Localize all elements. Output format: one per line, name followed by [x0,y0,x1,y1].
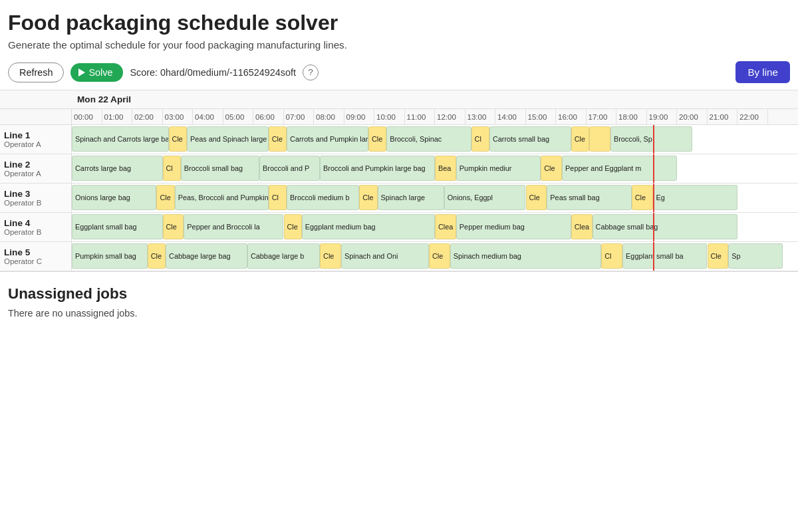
clean-block[interactable]: Clea [571,214,593,239]
solve-button[interactable]: Solve [70,63,123,82]
job-block[interactable]: Onions large bag [72,185,156,210]
job-block[interactable]: Cabbage large bag [166,243,247,269]
toolbar: Refresh Solve Score: 0hard/0medium/-1165… [0,56,798,90]
job-block[interactable]: Eg [653,185,737,210]
job-block[interactable]: Carrots small bag [489,126,571,152]
job-block[interactable]: Broccoli, Spinac [386,126,471,152]
time-cell: 13:00 [466,109,496,124]
page-title: Food packaging schedule solver [8,11,790,35]
time-cell: 08:00 [314,109,344,124]
job-block[interactable]: Peas, Broccoli and Pumpkin me [175,185,269,210]
job-block[interactable]: Pepper and Eggplant m [562,156,677,181]
gantt-area: Carrots large bagClBroccoli small bagBro… [72,154,798,183]
clean-block[interactable]: Cle [708,243,729,269]
clean-block[interactable]: Cle [284,214,302,239]
clean-block[interactable]: Cle [163,214,184,239]
time-cell: 04:00 [193,109,223,124]
job-block[interactable]: Eggplant small ba [622,243,707,269]
unassigned-section: Unassigned jobs There are no unassigned … [0,272,798,327]
job-block[interactable]: Broccoli, Sp [610,126,692,152]
line-row: Line 3Operator BOnions large bagClePeas,… [0,184,798,213]
clean-block[interactable]: Cle [148,243,166,269]
clean-block[interactable]: Cle [368,126,386,152]
clean-block[interactable]: Cle [632,185,653,210]
job-block[interactable]: Spinach and Oni [341,243,429,269]
time-cell: 20:00 [677,109,708,124]
clean-block[interactable]: Clea [435,214,456,239]
time-cell: 03:00 [163,109,194,124]
time-cell: 06:00 [253,109,284,124]
line-operator: Operator A [4,140,67,148]
job-block[interactable]: Broccoli and Pumpkin large bag [320,156,435,181]
job-block[interactable]: Sp [728,243,783,269]
job-block[interactable]: Broccoli medium b [287,185,359,210]
clean-block[interactable]: Bea [435,156,456,181]
by-line-button[interactable]: By line [735,61,790,83]
page-header: Food packaging schedule solver Generate … [0,0,798,56]
job-block[interactable]: Carrots large bag [72,156,163,181]
job-block[interactable]: Pepper and Broccoli la [184,214,283,239]
job-block[interactable]: Broccoli small bag [181,156,259,181]
job-block[interactable]: Spinach large [378,185,444,210]
help-button[interactable]: ? [303,65,319,80]
gantt-area: Spinach and Carrots large baClePeas and … [72,125,798,154]
schedule-container: Mon 22 April 00:0001:0002:0003:0004:0005… [0,90,798,272]
gantt-area: Onions large bagClePeas, Broccoli and Pu… [72,184,798,212]
time-cell: 21:00 [708,109,738,124]
date-label: Mon 22 April [72,94,131,104]
clean-block[interactable]: Cl [269,185,287,210]
clean-block[interactable]: Cl [471,126,489,152]
time-cell: 22:00 [737,109,768,124]
gantt-area: Eggplant small bagClePepper and Broccoli… [72,213,798,241]
line-name: Line 4 [4,218,67,228]
clean-block[interactable]: Cle [320,243,341,269]
job-block[interactable]: Pumpkin small bag [72,243,148,269]
unassigned-title: Unassigned jobs [8,285,790,303]
line-operator: Operator C [4,257,67,265]
job-block[interactable]: Broccoli and P [259,156,320,181]
line-name: Line 1 [4,130,67,140]
line-row: Line 1Operator ASpinach and Carrots larg… [0,125,798,154]
time-cell: 17:00 [587,109,617,124]
job-block[interactable]: Onions, Eggpl [444,185,526,210]
time-row: 00:0001:0002:0003:0004:0005:0006:0007:00… [0,109,798,125]
job-block[interactable]: Pumpkin mediur [456,156,541,181]
job-block[interactable]: Eggplant small bag [72,214,163,239]
job-block[interactable]: Spinach medium bag [450,243,602,269]
time-cell: 11:00 [405,109,436,124]
gantt-area: Pumpkin small bagCleCabbage large bagCab… [72,242,798,271]
clean-block[interactable]: Cle [169,126,187,152]
clean-block[interactable]: Cle [429,243,450,269]
clean-block[interactable]: Cle [571,126,589,152]
job-block[interactable]: Eggplant medium bag [302,214,435,239]
clean-block[interactable] [589,126,610,152]
clean-block[interactable]: Cle [269,126,287,152]
job-block[interactable]: Cabbage large b [247,243,320,269]
time-cell: 02:00 [132,109,163,124]
job-block[interactable]: Peas and Spinach large [187,126,269,152]
clean-block[interactable]: Cle [541,156,562,181]
date-row: Mon 22 April [0,90,798,109]
clean-block[interactable]: Cle [156,185,174,210]
job-block[interactable]: Cabbage small bag [593,214,737,239]
refresh-button[interactable]: Refresh [8,63,64,82]
time-cell: 10:00 [374,109,405,124]
clean-block[interactable]: Cle [359,185,377,210]
job-block[interactable]: Peas small bag [547,185,631,210]
time-cell: 09:00 [344,109,375,124]
job-block[interactable]: Pepper medium bag [456,214,571,239]
clean-block[interactable]: Cle [526,185,547,210]
time-cell: 15:00 [526,109,557,124]
time-cell: 12:00 [435,109,466,124]
line-name: Line 3 [4,189,67,199]
job-block[interactable]: Carrots and Pumpkin larg [287,126,368,152]
line-name: Line 2 [4,160,67,170]
line-row: Line 5Operator CPumpkin small bagCleCabb… [0,242,798,271]
time-cell: 18:00 [616,109,647,124]
time-cell: 00:00 [72,109,102,124]
clean-block[interactable]: Cl [601,243,622,269]
clean-block[interactable]: Cl [163,156,181,181]
job-block[interactable]: Spinach and Carrots large ba [72,126,169,152]
line-operator: Operator B [4,199,67,207]
page-subtitle: Generate the optimal schedule for your f… [8,39,790,51]
